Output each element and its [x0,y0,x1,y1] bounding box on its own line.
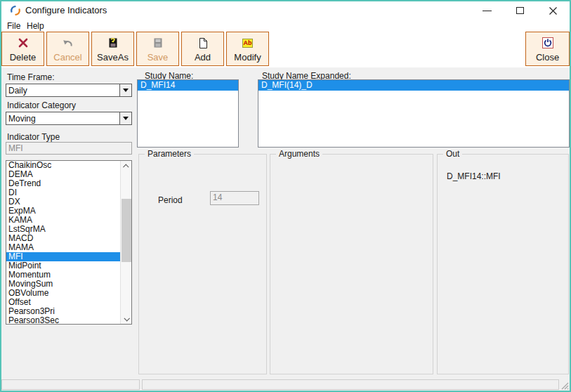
app-logo-icon [10,5,21,16]
cancel-button[interactable]: Cancel [46,32,89,66]
out-title: Out [443,149,462,159]
study-name-expanded-list[interactable]: D_MFI(14)_D [258,79,570,148]
saveas-button[interactable]: SaveAs [91,32,134,66]
modify-button[interactable]: Ab Modify [226,32,269,66]
scroll-down-button[interactable] [121,313,132,324]
minimize-button[interactable] [475,1,499,20]
out-groupbox: Out D_MFI14::MFI [437,154,569,374]
period-label: Period [158,195,183,205]
title-bar: Configure Indicators [1,1,570,20]
minimize-icon [483,11,492,11]
indicator-type-label: Indicator Type [7,132,60,142]
time-frame-label: Time Frame: [7,72,55,82]
indicator-list-item[interactable]: Pearson3Sec [6,316,120,325]
new-page-icon [198,36,208,50]
menu-file[interactable]: File [4,20,23,32]
scrollbar-thumb[interactable] [122,199,131,262]
undo-arrow-icon [62,36,74,50]
chevron-down-icon[interactable] [119,84,131,96]
close-icon [549,6,558,15]
indicator-type-field: MFI [6,142,132,155]
indicator-list-item[interactable]: DeTrend [6,179,120,188]
delete-x-icon [18,36,29,50]
save-floppy-icon [152,36,164,50]
add-button[interactable]: Add [181,32,224,66]
arguments-title: Arguments [276,149,322,159]
configure-indicators-window: Configure Indicators File Help Delete [0,0,571,392]
save-button[interactable]: Save [136,32,179,66]
add-label: Add [195,52,211,63]
saveas-label: SaveAs [97,52,129,63]
chevron-down-icon[interactable] [119,112,131,124]
power-icon [542,36,553,50]
indicator-list-item[interactable]: DI [6,188,120,197]
out-value: D_MFI14::MFI [447,171,501,181]
parameters-groupbox: Parameters Period 14 [138,154,267,374]
window-title: Configure Indicators [25,5,107,15]
toolbar: Delete Cancel SaveAs [1,31,570,67]
arguments-groupbox: Arguments [270,154,433,374]
delete-label: Delete [10,52,37,63]
delete-button[interactable]: Delete [1,32,44,66]
indicator-category-label: Indicator Category [7,100,76,110]
maximize-icon [516,7,524,14]
scroll-up-button[interactable] [121,161,132,171]
study-name-item[interactable]: D_MFI14 [138,80,238,91]
menu-bar: File Help [1,20,570,31]
cancel-label: Cancel [53,52,81,63]
chevron-up-icon [123,164,129,169]
resize-grip[interactable] [560,381,569,390]
status-panel-left [1,379,140,390]
status-bar [1,379,570,391]
save-label: Save [147,52,169,63]
save-as-floppy-icon [107,36,119,50]
modify-ab-icon: Ab [242,36,253,50]
close-window-button[interactable] [541,1,565,20]
study-name-expanded-item[interactable]: D_MFI(14)_D [258,80,569,91]
study-name-list[interactable]: D_MFI14 [137,79,239,148]
indicator-category-select[interactable]: Moving [6,112,132,125]
indicator-list-item[interactable]: MAMA [6,243,120,252]
indicator-list[interactable]: ChaikinOscDEMADeTrendDIDXExpMAKAMALstSqr… [6,160,132,325]
period-field: 14 [210,191,259,205]
close-label: Close [536,52,559,63]
time-frame-select[interactable]: Daily [6,84,132,97]
status-panel-right [142,379,559,390]
parameters-title: Parameters [145,149,194,159]
modify-label: Modify [234,52,261,63]
chevron-down-icon [124,315,129,321]
maximize-button[interactable] [508,1,532,20]
indicator-list-scrollbar[interactable] [120,161,131,324]
menu-help[interactable]: Help [24,20,47,32]
close-button[interactable]: Close [525,32,570,66]
